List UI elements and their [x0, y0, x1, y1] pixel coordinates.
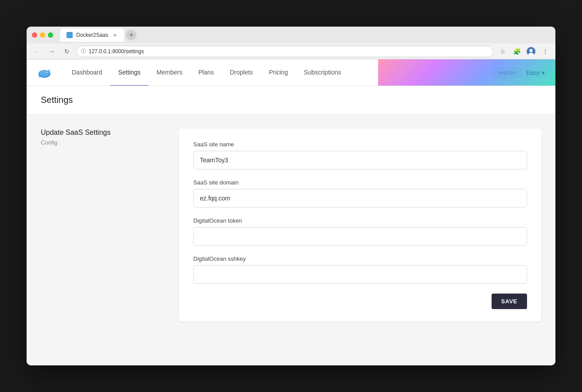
forward-btn[interactable]: → — [46, 46, 58, 57]
nav-pricing[interactable]: Pricing — [261, 59, 296, 86]
address-url: 127.0.0.1:8000/settings — [89, 48, 488, 55]
user-menu[interactable]: Easy ▾ — [526, 69, 545, 76]
browser-toolbar: ← → ↻ ⓘ 127.0.0.1:8000/settings ☆ 🧩 ⋮ — [27, 43, 555, 59]
svg-point-5 — [39, 70, 49, 76]
top-nav: Dashboard Settings Members Plans Droplet… — [27, 59, 555, 86]
site-name-group: SaaS site name — [193, 141, 527, 169]
site-name-label: SaaS site name — [193, 141, 527, 148]
traffic-lights — [32, 32, 53, 38]
new-tab-btn[interactable]: + — [126, 30, 137, 40]
browser-titlebar: Docker2Saas ✕ + — [27, 27, 555, 43]
tab-title: Docker2Saas — [76, 32, 108, 38]
tab-favicon — [66, 32, 73, 38]
site-domain-label: SaaS site domain — [193, 179, 527, 186]
page-body: Update SaaS Settings Config . SaaS site … — [27, 114, 555, 336]
do-token-group: DigitalOcean token — [193, 217, 527, 246]
do-token-label: DigitalOcean token — [193, 217, 527, 224]
user-menu-label: Easy — [526, 69, 540, 76]
tab-bar: Docker2Saas ✕ + — [60, 28, 137, 42]
back-btn[interactable]: ← — [31, 46, 43, 57]
nav-dashboard[interactable]: Dashboard — [64, 59, 110, 86]
page-title: Settings — [41, 95, 541, 105]
site-domain-group: SaaS site domain — [193, 179, 527, 208]
svg-point-0 — [67, 33, 72, 37]
site-domain-input[interactable] — [193, 189, 527, 208]
svg-point-7 — [47, 71, 47, 72]
chevron-down-icon: ▾ — [542, 69, 545, 76]
minimize-traffic-light[interactable] — [40, 32, 45, 38]
nav-links: Dashboard Settings Members Plans Droplet… — [64, 59, 494, 86]
svg-point-2 — [530, 49, 533, 52]
do-sshkey-input[interactable] — [193, 265, 527, 284]
refresh-btn[interactable]: ↻ — [61, 46, 73, 57]
toolbar-right: ☆ 🧩 ⋮ — [497, 46, 551, 57]
sidebar-section: Update SaaS Settings Config . — [41, 129, 165, 321]
nav-members[interactable]: Members — [148, 59, 190, 86]
svg-rect-9 — [41, 75, 43, 77]
address-icon: ⓘ — [81, 48, 86, 55]
form-actions: SAVE — [193, 294, 527, 309]
svg-rect-8 — [39, 74, 41, 77]
nav-subscriptions[interactable]: Subscriptions — [296, 59, 349, 86]
settings-form-card: SaaS site name SaaS site domain DigitalO… — [179, 129, 541, 321]
menu-btn[interactable]: ⋮ — [539, 46, 551, 57]
expired-badge: expired — [494, 68, 521, 78]
nav-right: expired Easy ▾ — [494, 68, 545, 78]
site-name-input[interactable] — [193, 151, 527, 169]
do-sshkey-group: DigitalOcean sshkey — [193, 255, 527, 284]
tab-close-btn[interactable]: ✕ — [112, 32, 118, 38]
extensions-btn[interactable]: 🧩 — [511, 46, 523, 57]
page-header: Settings — [27, 86, 555, 114]
nav-droplets[interactable]: Droplets — [222, 59, 261, 86]
address-bar[interactable]: ⓘ 127.0.0.1:8000/settings — [76, 46, 493, 57]
svg-rect-10 — [43, 76, 45, 77]
nav-settings[interactable]: Settings — [110, 59, 149, 86]
logo[interactable] — [37, 67, 53, 79]
do-token-input[interactable] — [193, 227, 527, 246]
logo-whale-icon — [37, 67, 53, 79]
save-button[interactable]: SAVE — [492, 294, 527, 309]
do-sshkey-label: DigitalOcean sshkey — [193, 255, 527, 262]
profile-btn[interactable] — [525, 46, 537, 57]
nav-plans[interactable]: Plans — [190, 59, 222, 86]
sidebar-title: Update SaaS Settings — [41, 129, 165, 137]
maximize-traffic-light[interactable] — [48, 32, 53, 38]
sidebar-sub: Config . — [41, 139, 165, 146]
app-content: Dashboard Settings Members Plans Droplet… — [27, 59, 555, 365]
bookmark-btn[interactable]: ☆ — [497, 46, 508, 57]
page-content: Settings Update SaaS Settings Config . S… — [27, 86, 555, 365]
active-tab[interactable]: Docker2Saas ✕ — [60, 28, 124, 42]
close-traffic-light[interactable] — [32, 32, 37, 38]
